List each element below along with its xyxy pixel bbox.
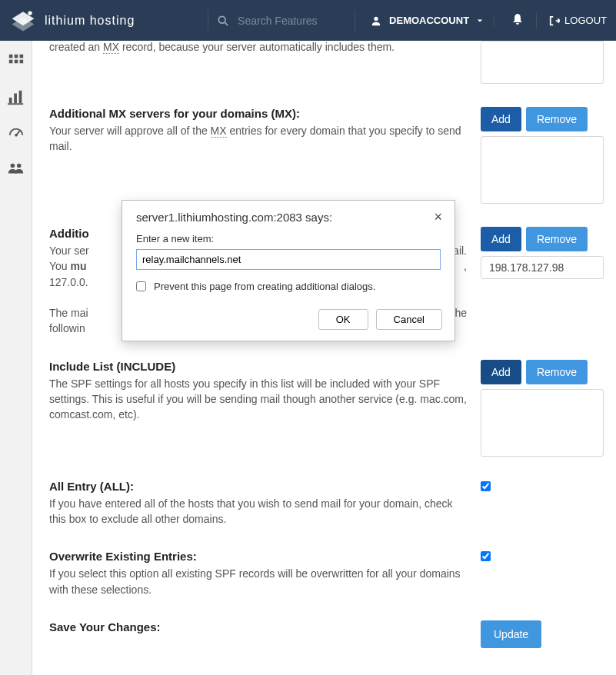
save-heading: Save Your Changes: xyxy=(49,620,467,633)
sidebar-grid-icon[interactable] xyxy=(8,53,25,72)
overwrite-desc: If you select this option all existing S… xyxy=(49,566,467,597)
all-checkbox[interactable] xyxy=(481,481,491,491)
close-icon[interactable]: × xyxy=(434,210,442,224)
mx-remove-button[interactable]: Remove xyxy=(526,107,588,131)
brand-text: lithium hosting xyxy=(45,14,135,28)
dialog-label: Enter a new item: xyxy=(136,233,441,244)
update-button[interactable]: Update xyxy=(481,620,541,648)
all-heading: All Entry (ALL): xyxy=(49,480,467,493)
account-menu[interactable]: DEMOACCOUNT xyxy=(360,15,494,26)
svg-point-17 xyxy=(16,164,21,168)
svg-rect-4 xyxy=(8,55,12,58)
dialog-input[interactable] xyxy=(136,249,441,270)
svg-rect-9 xyxy=(19,60,23,64)
mx-heading: Additional MX servers for your domains (… xyxy=(49,107,467,120)
sidebar-stats-icon[interactable] xyxy=(8,89,25,108)
include-add-button[interactable]: Add xyxy=(481,360,521,384)
user-icon xyxy=(371,15,381,26)
mx-list-box[interactable] xyxy=(481,136,604,204)
include-desc: The SPF settings for all hosts you speci… xyxy=(49,376,467,423)
cancel-button[interactable]: Cancel xyxy=(376,309,442,330)
brand-area: lithium hosting xyxy=(9,10,135,32)
mx-desc: Your server will approve all of the MX e… xyxy=(49,123,467,155)
svg-point-0 xyxy=(28,11,32,15)
mx-add-button[interactable]: Add xyxy=(481,107,521,131)
main-content: created an MX record, because your serve… xyxy=(32,41,616,675)
search-area[interactable] xyxy=(208,10,355,32)
sidebar xyxy=(0,41,32,675)
overwrite-heading: Overwrite Existing Entries: xyxy=(49,550,467,563)
svg-rect-11 xyxy=(14,94,17,104)
account-label: DEMOACCOUNT xyxy=(389,15,469,26)
all-desc: If you have entered all of the hosts tha… xyxy=(49,496,467,527)
dialog-title: server1.lithiumhosting.com:2083 says: xyxy=(136,211,332,224)
svg-rect-10 xyxy=(8,98,12,103)
include-heading: Include List (INCLUDE) xyxy=(49,360,467,373)
intro-text: created an MX record, because your serve… xyxy=(49,39,467,55)
ip-value-box[interactable]: 198.178.127.98 xyxy=(481,256,604,279)
svg-rect-5 xyxy=(14,55,18,58)
sidebar-dashboard-icon[interactable] xyxy=(8,125,25,145)
ip-remove-button[interactable]: Remove xyxy=(526,227,588,251)
prompt-dialog: server1.lithiumhosting.com:2083 says: × … xyxy=(122,200,455,341)
svg-line-15 xyxy=(16,131,20,135)
logout-button[interactable]: LOGOUT xyxy=(541,15,607,26)
logout-label: LOGOUT xyxy=(564,15,607,26)
caret-down-icon xyxy=(477,18,483,24)
search-icon xyxy=(218,15,228,26)
svg-rect-7 xyxy=(8,60,12,64)
svg-point-1 xyxy=(218,16,225,23)
include-remove-button[interactable]: Remove xyxy=(526,360,588,384)
svg-point-3 xyxy=(374,16,378,20)
bell-icon xyxy=(511,13,524,25)
search-input[interactable] xyxy=(238,15,345,27)
svg-line-2 xyxy=(225,22,228,25)
sidebar-users-icon[interactable] xyxy=(7,161,25,181)
svg-rect-6 xyxy=(19,55,23,58)
prevent-dialogs-checkbox[interactable] xyxy=(136,281,146,291)
ok-button[interactable]: OK xyxy=(318,309,368,330)
topbar: lithium hosting DEMOACCOUNT LOGOUT xyxy=(0,0,616,41)
svg-rect-8 xyxy=(14,60,18,64)
svg-rect-12 xyxy=(18,91,22,103)
prevent-dialogs-label: Prevent this page from creating addition… xyxy=(154,281,375,292)
ip-add-button[interactable]: Add xyxy=(481,227,521,251)
notifications-button[interactable] xyxy=(499,13,537,28)
hosts-list-box[interactable] xyxy=(481,41,604,84)
include-list-box[interactable] xyxy=(481,389,604,457)
logout-icon xyxy=(549,15,560,26)
svg-point-16 xyxy=(10,164,15,168)
brand-logo-icon xyxy=(9,10,37,32)
overwrite-checkbox[interactable] xyxy=(481,551,491,561)
